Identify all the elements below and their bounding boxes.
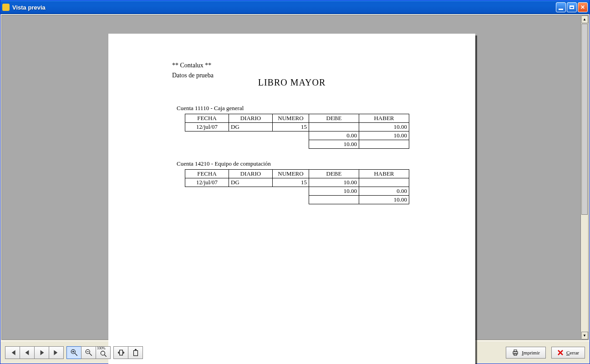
scroll-down-button[interactable]: ▼ xyxy=(581,332,588,339)
scroll-thumb[interactable] xyxy=(581,24,588,215)
app-icon xyxy=(2,4,10,11)
account-block: Cuenta 14210 - Equipo de computación FEC… xyxy=(177,160,409,204)
cell-diario: DG xyxy=(229,123,273,131)
cell-subtotal-haber: 10.00 xyxy=(359,131,409,140)
account-header: Cuenta 14210 - Equipo de computación xyxy=(177,160,409,167)
first-page-icon xyxy=(9,349,17,357)
svg-rect-4 xyxy=(133,350,137,355)
cell-fecha: 12/jul/07 xyxy=(185,178,229,187)
col-fecha: FECHA xyxy=(185,170,229,178)
ledger-table: FECHA DIARIO NUMERO DEBE HABER 12/jul/07… xyxy=(185,114,409,149)
col-numero: NUMERO xyxy=(273,114,309,123)
balance-row: 10.00 xyxy=(185,196,409,204)
table-row: 12/jul/07 DG 15 10.00 xyxy=(185,178,409,187)
cell-subtotal-haber: 0.00 xyxy=(359,187,409,196)
window-frame: Vista previa ** Contalux ** Datos de pru… xyxy=(0,0,590,364)
first-page-button[interactable] xyxy=(5,346,20,359)
minimize-button[interactable] xyxy=(556,2,566,12)
next-page-icon xyxy=(38,349,46,357)
titlebar[interactable]: Vista previa xyxy=(0,0,590,14)
fit-width-button[interactable] xyxy=(113,346,128,359)
report-app-name: ** Contalux ** xyxy=(172,62,214,69)
svg-rect-3 xyxy=(119,350,122,355)
printer-icon xyxy=(512,349,519,356)
close-button[interactable]: CCerrarerrar xyxy=(551,347,585,359)
prev-page-button[interactable] xyxy=(20,346,35,359)
col-debe: DEBE xyxy=(309,114,359,123)
vertical-scrollbar[interactable]: ▲ ▼ xyxy=(580,15,588,339)
close-icon xyxy=(557,349,564,356)
zoom-out-icon xyxy=(85,349,93,357)
next-page-button[interactable] xyxy=(34,346,49,359)
cell-subtotal-debe: 10.00 xyxy=(309,187,359,196)
zoom-100-label: 100% xyxy=(97,346,106,350)
cell-debe: 10.00 xyxy=(309,178,359,187)
cell-diario: DG xyxy=(229,178,273,187)
cell-fecha: 12/jul/07 xyxy=(185,123,229,131)
window-buttons xyxy=(556,2,588,12)
table-header-row: FECHA DIARIO NUMERO DEBE HABER xyxy=(185,114,409,123)
report-page: ** Contalux ** Datos de prueba LIBRO MAY… xyxy=(108,34,475,364)
cell-subtotal-debe: 0.00 xyxy=(309,131,359,140)
zoom-in-icon xyxy=(70,349,78,357)
cell-balance-debe xyxy=(309,196,359,204)
svg-rect-6 xyxy=(514,350,517,352)
zoom-100-button[interactable]: 100% xyxy=(96,346,111,359)
zoom-group: 100% xyxy=(66,346,111,359)
account-block: Cuenta 11110 - Caja general FECHA DIARIO… xyxy=(177,105,409,149)
cell-numero: 15 xyxy=(273,123,309,131)
ledger-table: FECHA DIARIO NUMERO DEBE HABER 12/jul/07… xyxy=(185,169,409,204)
preview-viewport[interactable]: ** Contalux ** Datos de prueba LIBRO MAY… xyxy=(1,15,589,340)
zoom-out-button[interactable] xyxy=(81,346,96,359)
fit-page-icon xyxy=(132,349,140,357)
account-header: Cuenta 11110 - Caja general xyxy=(177,105,409,112)
last-page-button[interactable] xyxy=(49,346,64,359)
client-area: ** Contalux ** Datos de prueba LIBRO MAY… xyxy=(0,14,590,364)
col-diario: DIARIO xyxy=(229,114,273,123)
nav-group xyxy=(5,346,64,359)
fit-width-icon xyxy=(117,349,125,357)
col-numero: NUMERO xyxy=(273,170,309,178)
scroll-up-button[interactable]: ▲ xyxy=(581,15,588,23)
balance-row: 10.00 xyxy=(185,140,409,149)
report-title: LIBRO MAYOR xyxy=(108,77,475,88)
cell-balance-haber: 10.00 xyxy=(359,196,409,204)
fit-page-button[interactable] xyxy=(128,346,143,359)
col-haber: HABER xyxy=(359,114,409,123)
close-window-button[interactable] xyxy=(578,2,588,12)
table-header-row: FECHA DIARIO NUMERO DEBE HABER xyxy=(185,170,409,178)
col-debe: DEBE xyxy=(309,170,359,178)
cell-haber: 10.00 xyxy=(359,123,409,131)
print-button[interactable]: IImprimirmprimir xyxy=(506,347,546,359)
maximize-button[interactable] xyxy=(567,2,577,12)
fit-group xyxy=(113,346,143,359)
cell-numero: 15 xyxy=(273,178,309,187)
window-title: Vista previa xyxy=(12,4,556,11)
cell-balance-haber xyxy=(359,140,409,149)
subtotal-row: 0.00 10.00 xyxy=(185,131,409,140)
cell-haber xyxy=(359,178,409,187)
prev-page-icon xyxy=(23,349,31,357)
col-haber: HABER xyxy=(359,170,409,178)
col-diario: DIARIO xyxy=(229,170,273,178)
subtotal-row: 10.00 0.00 xyxy=(185,187,409,196)
col-fecha: FECHA xyxy=(185,114,229,123)
zoom-in-button[interactable] xyxy=(66,346,81,359)
svg-point-2 xyxy=(101,351,105,355)
table-row: 12/jul/07 DG 15 10.00 xyxy=(185,123,409,131)
last-page-icon xyxy=(52,349,61,357)
cell-debe xyxy=(309,123,359,131)
cell-balance-debe: 10.00 xyxy=(309,140,359,149)
